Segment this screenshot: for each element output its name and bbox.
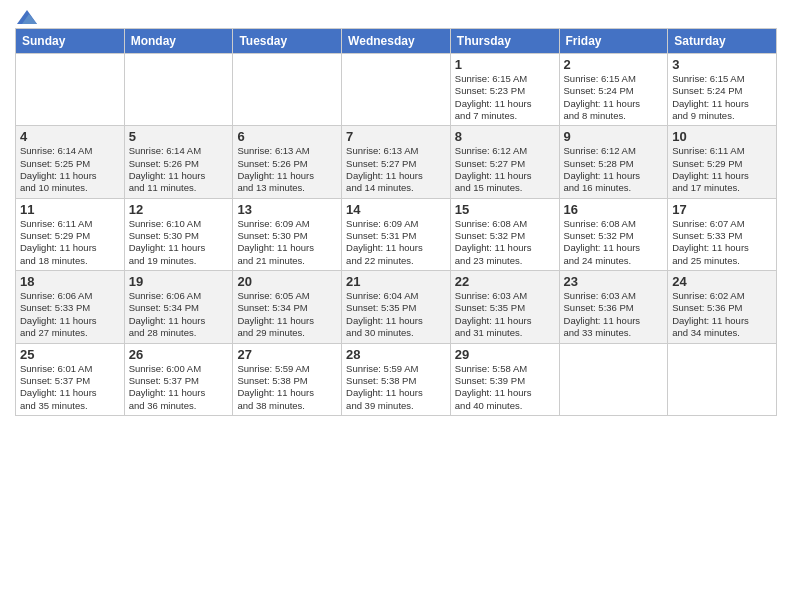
day-info: Sunrise: 6:03 AM Sunset: 5:36 PM Dayligh…: [564, 290, 664, 339]
day-number: 4: [20, 129, 120, 144]
table-cell: 13Sunrise: 6:09 AM Sunset: 5:30 PM Dayli…: [233, 198, 342, 270]
day-info: Sunrise: 6:11 AM Sunset: 5:29 PM Dayligh…: [672, 145, 772, 194]
day-info: Sunrise: 6:03 AM Sunset: 5:35 PM Dayligh…: [455, 290, 555, 339]
table-cell: 20Sunrise: 6:05 AM Sunset: 5:34 PM Dayli…: [233, 271, 342, 343]
day-info: Sunrise: 6:05 AM Sunset: 5:34 PM Dayligh…: [237, 290, 337, 339]
table-cell: 21Sunrise: 6:04 AM Sunset: 5:35 PM Dayli…: [342, 271, 451, 343]
day-info: Sunrise: 6:11 AM Sunset: 5:29 PM Dayligh…: [20, 218, 120, 267]
day-info: Sunrise: 6:08 AM Sunset: 5:32 PM Dayligh…: [564, 218, 664, 267]
day-number: 5: [129, 129, 229, 144]
table-cell: 18Sunrise: 6:06 AM Sunset: 5:33 PM Dayli…: [16, 271, 125, 343]
day-info: Sunrise: 6:13 AM Sunset: 5:27 PM Dayligh…: [346, 145, 446, 194]
table-cell: 22Sunrise: 6:03 AM Sunset: 5:35 PM Dayli…: [450, 271, 559, 343]
table-cell: 27Sunrise: 5:59 AM Sunset: 5:38 PM Dayli…: [233, 343, 342, 415]
day-info: Sunrise: 6:09 AM Sunset: 5:31 PM Dayligh…: [346, 218, 446, 267]
table-cell: 19Sunrise: 6:06 AM Sunset: 5:34 PM Dayli…: [124, 271, 233, 343]
day-number: 19: [129, 274, 229, 289]
table-cell: [233, 54, 342, 126]
day-number: 7: [346, 129, 446, 144]
week-row-5: 25Sunrise: 6:01 AM Sunset: 5:37 PM Dayli…: [16, 343, 777, 415]
table-cell: 15Sunrise: 6:08 AM Sunset: 5:32 PM Dayli…: [450, 198, 559, 270]
logo-text: [15, 10, 37, 24]
day-number: 2: [564, 57, 664, 72]
week-row-4: 18Sunrise: 6:06 AM Sunset: 5:33 PM Dayli…: [16, 271, 777, 343]
table-cell: 28Sunrise: 5:59 AM Sunset: 5:38 PM Dayli…: [342, 343, 451, 415]
weekday-sunday: Sunday: [16, 29, 125, 54]
day-info: Sunrise: 6:02 AM Sunset: 5:36 PM Dayligh…: [672, 290, 772, 339]
weekday-wednesday: Wednesday: [342, 29, 451, 54]
day-number: 13: [237, 202, 337, 217]
weekday-monday: Monday: [124, 29, 233, 54]
weekday-tuesday: Tuesday: [233, 29, 342, 54]
table-cell: [16, 54, 125, 126]
day-info: Sunrise: 6:15 AM Sunset: 5:24 PM Dayligh…: [672, 73, 772, 122]
day-info: Sunrise: 5:59 AM Sunset: 5:38 PM Dayligh…: [346, 363, 446, 412]
table-cell: 23Sunrise: 6:03 AM Sunset: 5:36 PM Dayli…: [559, 271, 668, 343]
table-cell: 14Sunrise: 6:09 AM Sunset: 5:31 PM Dayli…: [342, 198, 451, 270]
day-number: 18: [20, 274, 120, 289]
day-number: 28: [346, 347, 446, 362]
table-cell: 2Sunrise: 6:15 AM Sunset: 5:24 PM Daylig…: [559, 54, 668, 126]
day-info: Sunrise: 6:12 AM Sunset: 5:28 PM Dayligh…: [564, 145, 664, 194]
day-number: 24: [672, 274, 772, 289]
day-info: Sunrise: 6:04 AM Sunset: 5:35 PM Dayligh…: [346, 290, 446, 339]
logo-icon: [17, 10, 37, 24]
table-cell: [342, 54, 451, 126]
table-cell: [559, 343, 668, 415]
day-info: Sunrise: 6:14 AM Sunset: 5:26 PM Dayligh…: [129, 145, 229, 194]
weekday-header-row: Sunday Monday Tuesday Wednesday Thursday…: [16, 29, 777, 54]
week-row-3: 11Sunrise: 6:11 AM Sunset: 5:29 PM Dayli…: [16, 198, 777, 270]
page: Sunday Monday Tuesday Wednesday Thursday…: [0, 0, 792, 612]
table-cell: [668, 343, 777, 415]
day-info: Sunrise: 6:00 AM Sunset: 5:37 PM Dayligh…: [129, 363, 229, 412]
day-number: 26: [129, 347, 229, 362]
table-cell: 29Sunrise: 5:58 AM Sunset: 5:39 PM Dayli…: [450, 343, 559, 415]
week-row-2: 4Sunrise: 6:14 AM Sunset: 5:25 PM Daylig…: [16, 126, 777, 198]
day-info: Sunrise: 6:01 AM Sunset: 5:37 PM Dayligh…: [20, 363, 120, 412]
day-number: 23: [564, 274, 664, 289]
table-cell: 16Sunrise: 6:08 AM Sunset: 5:32 PM Dayli…: [559, 198, 668, 270]
table-cell: 7Sunrise: 6:13 AM Sunset: 5:27 PM Daylig…: [342, 126, 451, 198]
table-cell: 4Sunrise: 6:14 AM Sunset: 5:25 PM Daylig…: [16, 126, 125, 198]
day-info: Sunrise: 6:14 AM Sunset: 5:25 PM Dayligh…: [20, 145, 120, 194]
table-cell: 17Sunrise: 6:07 AM Sunset: 5:33 PM Dayli…: [668, 198, 777, 270]
day-info: Sunrise: 6:12 AM Sunset: 5:27 PM Dayligh…: [455, 145, 555, 194]
day-info: Sunrise: 6:06 AM Sunset: 5:33 PM Dayligh…: [20, 290, 120, 339]
weekday-thursday: Thursday: [450, 29, 559, 54]
day-number: 3: [672, 57, 772, 72]
day-number: 21: [346, 274, 446, 289]
day-number: 20: [237, 274, 337, 289]
day-number: 27: [237, 347, 337, 362]
day-info: Sunrise: 6:15 AM Sunset: 5:24 PM Dayligh…: [564, 73, 664, 122]
table-cell: [124, 54, 233, 126]
day-number: 6: [237, 129, 337, 144]
day-info: Sunrise: 6:15 AM Sunset: 5:23 PM Dayligh…: [455, 73, 555, 122]
day-number: 10: [672, 129, 772, 144]
day-info: Sunrise: 5:58 AM Sunset: 5:39 PM Dayligh…: [455, 363, 555, 412]
day-info: Sunrise: 6:07 AM Sunset: 5:33 PM Dayligh…: [672, 218, 772, 267]
day-info: Sunrise: 6:13 AM Sunset: 5:26 PM Dayligh…: [237, 145, 337, 194]
day-number: 9: [564, 129, 664, 144]
day-number: 12: [129, 202, 229, 217]
logo: [15, 10, 37, 20]
calendar: Sunday Monday Tuesday Wednesday Thursday…: [15, 28, 777, 416]
table-cell: 6Sunrise: 6:13 AM Sunset: 5:26 PM Daylig…: [233, 126, 342, 198]
day-number: 22: [455, 274, 555, 289]
table-cell: 9Sunrise: 6:12 AM Sunset: 5:28 PM Daylig…: [559, 126, 668, 198]
weekday-saturday: Saturday: [668, 29, 777, 54]
table-cell: 25Sunrise: 6:01 AM Sunset: 5:37 PM Dayli…: [16, 343, 125, 415]
table-cell: 24Sunrise: 6:02 AM Sunset: 5:36 PM Dayli…: [668, 271, 777, 343]
day-info: Sunrise: 6:06 AM Sunset: 5:34 PM Dayligh…: [129, 290, 229, 339]
day-number: 11: [20, 202, 120, 217]
day-info: Sunrise: 6:09 AM Sunset: 5:30 PM Dayligh…: [237, 218, 337, 267]
day-number: 15: [455, 202, 555, 217]
table-cell: 5Sunrise: 6:14 AM Sunset: 5:26 PM Daylig…: [124, 126, 233, 198]
day-number: 1: [455, 57, 555, 72]
day-number: 14: [346, 202, 446, 217]
table-cell: 26Sunrise: 6:00 AM Sunset: 5:37 PM Dayli…: [124, 343, 233, 415]
header: [15, 10, 777, 20]
day-number: 25: [20, 347, 120, 362]
table-cell: 3Sunrise: 6:15 AM Sunset: 5:24 PM Daylig…: [668, 54, 777, 126]
table-cell: 10Sunrise: 6:11 AM Sunset: 5:29 PM Dayli…: [668, 126, 777, 198]
table-cell: 1Sunrise: 6:15 AM Sunset: 5:23 PM Daylig…: [450, 54, 559, 126]
